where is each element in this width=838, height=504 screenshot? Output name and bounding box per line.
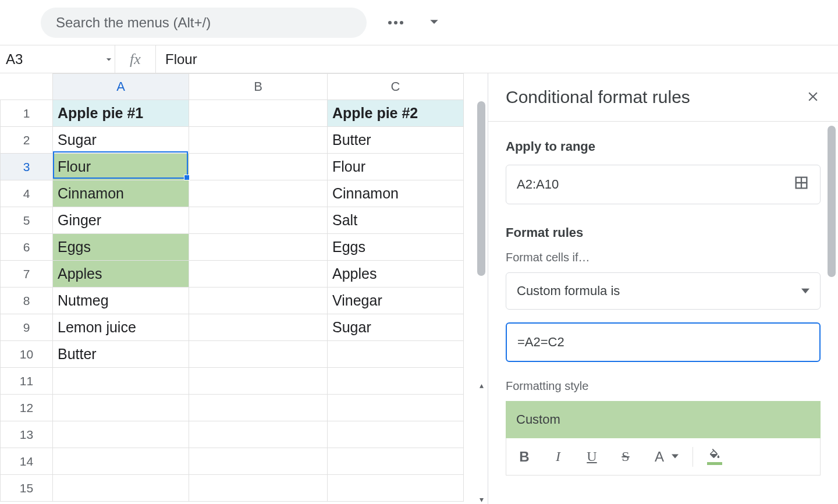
underline-button[interactable]: U [582, 446, 602, 467]
custom-formula-value: =A2=C2 [517, 335, 564, 350]
chevron-down-icon[interactable] [425, 12, 443, 33]
strikethrough-button[interactable]: S [616, 446, 635, 467]
cell-A4[interactable]: Cinnamon [53, 180, 189, 207]
cell-B4[interactable] [189, 180, 328, 207]
cell-C11[interactable] [328, 368, 464, 395]
row-header[interactable]: 1 [1, 100, 53, 127]
cell-A9[interactable]: Lemon juice [53, 314, 189, 341]
cell-B6[interactable] [189, 234, 328, 261]
bold-button[interactable]: B [514, 446, 534, 467]
row-header[interactable]: 5 [1, 207, 53, 234]
spreadsheet-grid[interactable]: A B C 1Apple pie #1Apple pie #22SugarBut… [0, 73, 464, 502]
format-cells-if-label: Format cells if… [506, 251, 821, 264]
cell-A5[interactable]: Ginger [53, 207, 189, 234]
cell-A1[interactable]: Apple pie #1 [53, 100, 189, 127]
table-row: 4CinnamonCinnamon [1, 180, 464, 207]
caret-down-icon [103, 54, 115, 65]
cell-B9[interactable] [189, 314, 328, 341]
spreadsheet-grid-area: A B C 1Apple pie #1Apple pie #22SugarBut… [0, 73, 488, 504]
row-header[interactable]: 6 [1, 234, 53, 261]
cell-C10[interactable] [328, 341, 464, 368]
table-row: 7ApplesApples [1, 261, 464, 288]
vertical-scrollbar[interactable]: ▴ ▾ [475, 99, 488, 504]
cell-C15[interactable] [328, 475, 464, 502]
formula-bar-input[interactable]: Flour [156, 51, 838, 68]
custom-formula-input[interactable]: =A2=C2 [506, 322, 821, 362]
fill-color-button[interactable] [707, 448, 726, 465]
cell-C2[interactable]: Butter [328, 127, 464, 154]
format-style-preview[interactable]: Custom [506, 401, 821, 438]
cell-C9[interactable]: Sugar [328, 314, 464, 341]
name-box[interactable]: A3 [0, 45, 115, 73]
cell-A3[interactable]: Flour [53, 154, 189, 180]
scrollbar-thumb[interactable] [477, 101, 485, 276]
row-header[interactable]: 7 [1, 261, 53, 288]
select-range-icon[interactable] [793, 175, 809, 194]
sidebar-header: Conditional format rules [488, 73, 838, 122]
select-all-corner[interactable] [1, 74, 53, 100]
italic-button[interactable]: I [548, 446, 568, 467]
cell-A10[interactable]: Butter [53, 341, 189, 368]
condition-dropdown[interactable]: Custom formula is [506, 272, 821, 310]
row-header[interactable]: 12 [1, 395, 53, 421]
scroll-up-arrow-icon[interactable]: ▴ [480, 381, 484, 390]
cell-B7[interactable] [189, 261, 328, 288]
cell-B8[interactable] [189, 288, 328, 314]
cell-B5[interactable] [189, 207, 328, 234]
table-row: 9Lemon juiceSugar [1, 314, 464, 341]
cell-C6[interactable]: Eggs [328, 234, 464, 261]
cell-B13[interactable] [189, 421, 328, 448]
cell-B10[interactable] [189, 341, 328, 368]
close-button[interactable] [805, 89, 821, 106]
scroll-down-arrow-icon[interactable]: ▾ [480, 495, 484, 504]
cell-B15[interactable] [189, 475, 328, 502]
cell-C7[interactable]: Apples [328, 261, 464, 288]
row-header[interactable]: 8 [1, 288, 53, 314]
table-row: 6EggsEggs [1, 234, 464, 261]
cell-A6[interactable]: Eggs [53, 234, 189, 261]
cell-A7[interactable]: Apples [53, 261, 189, 288]
cell-C12[interactable] [328, 395, 464, 421]
row-header[interactable]: 10 [1, 341, 53, 368]
cell-A11[interactable] [53, 368, 189, 395]
cell-B11[interactable] [189, 368, 328, 395]
cell-A12[interactable] [53, 395, 189, 421]
grid-body: 1Apple pie #1Apple pie #22SugarButter3Fl… [1, 100, 464, 502]
row-header[interactable]: 2 [1, 127, 53, 154]
cell-C14[interactable] [328, 448, 464, 475]
cell-C5[interactable]: Salt [328, 207, 464, 234]
cell-C3[interactable]: Flour [328, 154, 464, 180]
col-header-B[interactable]: B [189, 74, 328, 100]
cell-B2[interactable] [189, 127, 328, 154]
apply-to-range-field[interactable]: A2:A10 [506, 165, 821, 204]
cell-B3[interactable] [189, 154, 328, 180]
format-rules-heading: Format rules [506, 225, 821, 240]
cell-C13[interactable] [328, 421, 464, 448]
row-header[interactable]: 14 [1, 448, 53, 475]
cell-B1[interactable] [189, 100, 328, 127]
row-header[interactable]: 15 [1, 475, 53, 502]
cell-A14[interactable] [53, 448, 189, 475]
cell-C4[interactable]: Cinnamon [328, 180, 464, 207]
cell-A13[interactable] [53, 421, 189, 448]
search-menus-input[interactable]: Search the menus (Alt+/) [41, 8, 367, 38]
row-header[interactable]: 3 [1, 154, 53, 180]
cell-A2[interactable]: Sugar [53, 127, 189, 154]
cell-B12[interactable] [189, 395, 328, 421]
row-header[interactable]: 11 [1, 368, 53, 395]
row-header[interactable]: 4 [1, 180, 53, 207]
row-header[interactable]: 13 [1, 421, 53, 448]
text-color-button[interactable]: A [649, 446, 679, 467]
col-header-A[interactable]: A [53, 74, 189, 100]
cell-C1[interactable]: Apple pie #2 [328, 100, 464, 127]
col-header-C[interactable]: C [328, 74, 464, 100]
cell-A8[interactable]: Nutmeg [53, 288, 189, 314]
cell-A15[interactable] [53, 475, 189, 502]
scrollbar-thumb[interactable] [828, 126, 836, 277]
cell-C8[interactable]: Vinegar [328, 288, 464, 314]
sidebar-scrollbar[interactable] [825, 126, 838, 283]
cell-B14[interactable] [189, 448, 328, 475]
row-header[interactable]: 9 [1, 314, 53, 341]
table-row: 3FlourFlour [1, 154, 464, 180]
more-icon[interactable] [384, 11, 407, 34]
